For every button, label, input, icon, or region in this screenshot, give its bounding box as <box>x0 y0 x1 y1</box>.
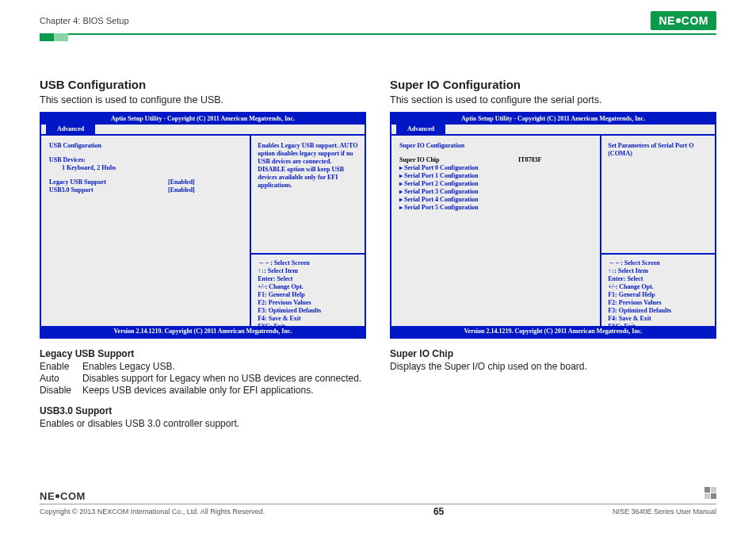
bios-main-pane: USB Configuration USB Devices: 1 Keyboar… <box>41 136 251 326</box>
bios-key-hint: →←: Select Screen <box>258 259 358 267</box>
def-term: Enable <box>40 361 82 372</box>
bios-panel-superio: Aptio Setup Utility - Copyright (C) 2011… <box>390 112 716 339</box>
bios-menu-serial-port-4[interactable]: Serial Port 4 Configuration <box>399 196 594 204</box>
bios-tab-bar: Advanced <box>41 125 365 136</box>
footer-brand-logo: NECOM <box>40 490 716 502</box>
bios-row-usb3[interactable]: USB3.0 Support [Enabled] <box>49 186 243 194</box>
section-title: Super IO Configuration <box>390 78 716 91</box>
bios-tab-advanced[interactable]: Advanced <box>396 125 445 134</box>
bios-row-value: [Enabled] <box>168 178 243 186</box>
bios-row-label: USB3.0 Support <box>49 186 168 194</box>
bios-key-hint: F4: Save & Exit <box>258 315 358 323</box>
bios-key-hint: F3: Optimized Defaults <box>608 307 708 315</box>
bios-chip-label: Super IO Chip <box>399 156 518 164</box>
bios-keys-pane: →←: Select Screen ↑↓: Select Item Enter:… <box>251 255 365 326</box>
bios-title: Aptio Setup Utility - Copyright (C) 2011… <box>41 113 365 125</box>
bios-key-hint: F2: Previous Values <box>258 299 358 307</box>
bios-key-hint: F1: General Help <box>608 291 708 299</box>
bios-key-hint: +/-: Change Opt. <box>258 283 358 291</box>
brand-logo: NE COM <box>651 11 716 30</box>
right-column: Super IO Configuration This section is u… <box>390 78 716 429</box>
bios-tab-bar: Advanced <box>391 125 715 136</box>
bios-key-hint: ↑↓: Select Item <box>608 267 708 275</box>
bios-keys-pane: →←: Select Screen ↑↓: Select Item Enter:… <box>601 255 715 326</box>
page-number: 65 <box>433 506 444 517</box>
bios-key-hint: F3: Optimized Defaults <box>258 307 358 315</box>
bios-row-label: Legacy USB Support <box>49 178 168 186</box>
subhead-superio-chip: Super IO Chip <box>390 348 716 359</box>
bios-panel-usb: Aptio Setup Utility - Copyright (C) 2011… <box>40 112 366 339</box>
bios-help-pane: Set Parameters of Serial Port O (COMA) <box>601 136 715 255</box>
section-lead: This section is used to configure the se… <box>390 94 716 105</box>
section-title: USB Configuration <box>40 78 366 91</box>
bios-chip-value: IT8783F <box>518 156 594 164</box>
def-term: Disable <box>40 385 82 396</box>
footer-copyright: Copyright © 2013 NEXCOM International Co… <box>40 508 265 516</box>
bios-key-hint: +/-: Change Opt. <box>608 283 708 291</box>
bios-devices-label: USB Devices: <box>49 156 243 164</box>
bios-heading: USB Configuration <box>49 142 243 150</box>
def-desc: Keeps USB devices available only for EFI… <box>82 385 366 396</box>
bios-row-legacy-usb[interactable]: Legacy USB Support [Enabled] <box>49 178 243 186</box>
header-tab-marker <box>40 33 68 41</box>
subtext-superio-chip: Displays the Super I/O chip used on the … <box>390 361 716 372</box>
bios-main-pane: Super IO Configuration Super IO Chip IT8… <box>391 136 601 326</box>
subhead-legacy-usb: Legacy USB Support <box>40 348 366 359</box>
bios-menu-serial-port-5[interactable]: Serial Port 5 Configuration <box>399 204 594 212</box>
bios-menu-serial-port-3[interactable]: Serial Port 3 Configuration <box>399 188 594 196</box>
bios-key-hint: F1: General Help <box>258 291 358 299</box>
footer-manual-name: NISE 3640E Series User Manual <box>613 508 716 516</box>
bios-title: Aptio Setup Utility - Copyright (C) 2011… <box>391 113 715 125</box>
def-term: Auto <box>40 373 82 384</box>
def-row: Disable Keeps USB devices available only… <box>40 385 366 396</box>
def-desc: Disables support for Legacy when no USB … <box>82 373 366 384</box>
chapter-label: Chapter 4: BIOS Setup <box>40 16 129 25</box>
section-lead: This section is used to configure the US… <box>40 94 366 105</box>
bios-key-hint: F2: Previous Values <box>608 299 708 307</box>
bios-key-hint: ↑↓: Select Item <box>258 267 358 275</box>
left-column: USB Configuration This section is used t… <box>40 78 366 429</box>
bios-heading: Super IO Configuration <box>399 142 594 150</box>
footer-squares-icon <box>704 487 716 499</box>
def-row: Auto Disables support for Legacy when no… <box>40 373 366 384</box>
bios-key-hint: Enter: Select <box>258 275 358 283</box>
bios-key-hint: F4: Save & Exit <box>608 315 708 323</box>
bios-menu-serial-port-2[interactable]: Serial Port 2 Configuration <box>399 180 594 188</box>
subhead-usb3: USB3.0 Support <box>40 405 366 416</box>
bios-key-hint: Enter: Select <box>608 275 708 283</box>
bios-tab-advanced[interactable]: Advanced <box>46 125 95 134</box>
subtext-usb3: Enables or disables USB 3.0 controller s… <box>40 418 366 429</box>
bios-menu-serial-port-1[interactable]: Serial Port 1 Configuration <box>399 172 594 180</box>
bios-key-hint: →←: Select Screen <box>608 259 708 267</box>
bios-menu-serial-port-0[interactable]: Serial Port 0 Configuration <box>399 164 594 172</box>
bios-row-value: [Enabled] <box>168 186 243 194</box>
def-desc: Enables Legacy USB. <box>82 361 366 372</box>
bios-help-pane: Enables Legacy USB support. AUTO option … <box>251 136 365 255</box>
def-row: Enable Enables Legacy USB. <box>40 361 366 372</box>
bios-devices-value: 1 Keyboard, 2 Hubs <box>49 164 243 172</box>
